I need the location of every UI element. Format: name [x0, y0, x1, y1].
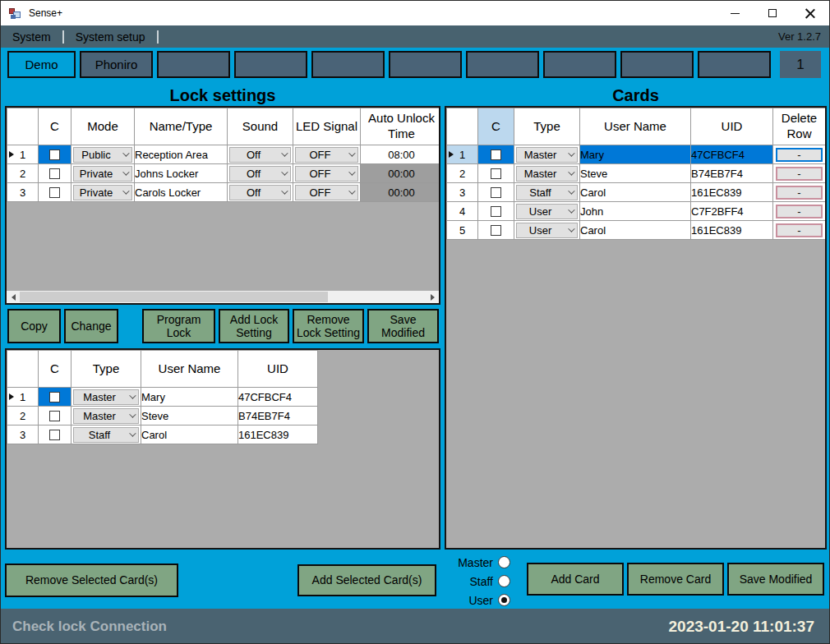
- col-header-type[interactable]: Type: [514, 108, 580, 145]
- col-header-uid[interactable]: UID: [691, 108, 773, 145]
- chevron-down-icon[interactable]: [277, 152, 290, 157]
- save-modified-cards-button[interactable]: Save Modified: [727, 563, 824, 596]
- chevron-down-icon[interactable]: [125, 413, 138, 418]
- radio-staff[interactable]: Staff: [451, 572, 510, 591]
- row-header[interactable]: 3: [7, 183, 39, 202]
- row-header[interactable]: 4: [447, 202, 478, 221]
- tab-demo[interactable]: Demo: [7, 51, 76, 78]
- row-header[interactable]: 1: [7, 388, 39, 407]
- add-lock-setting-button[interactable]: Add Lock Setting: [219, 309, 289, 343]
- mode-cell[interactable]: Private: [71, 183, 135, 202]
- horizontal-scrollbar[interactable]: [7, 291, 439, 303]
- scrollbar-thumb[interactable]: [20, 292, 328, 302]
- mode-cell[interactable]: Private: [71, 164, 135, 183]
- chevron-down-icon[interactable]: [564, 152, 577, 157]
- type-cell[interactable]: User: [514, 202, 580, 221]
- menu-system[interactable]: System: [1, 30, 62, 44]
- row-header[interactable]: 5: [447, 221, 478, 240]
- checkbox-cell[interactable]: [39, 388, 71, 407]
- scroll-left-icon[interactable]: [7, 291, 20, 303]
- checkbox[interactable]: [491, 187, 501, 198]
- user-cell[interactable]: Carol: [580, 183, 691, 202]
- remove-card-button[interactable]: Remove Card: [627, 563, 724, 596]
- type-cell[interactable]: Master: [514, 145, 580, 164]
- scroll-right-icon[interactable]: [426, 291, 439, 303]
- type-cell[interactable]: Staff: [514, 183, 580, 202]
- uid-cell[interactable]: C7F2BFF4: [691, 202, 773, 221]
- chevron-down-icon[interactable]: [277, 190, 290, 195]
- user-cell[interactable]: Carol: [580, 221, 691, 240]
- col-header-c[interactable]: C: [39, 108, 71, 145]
- change-button[interactable]: Change: [64, 309, 118, 343]
- menu-system-setup[interactable]: System setup: [64, 30, 157, 44]
- row-header[interactable]: 2: [7, 164, 39, 183]
- type-cell[interactable]: Master: [514, 164, 580, 183]
- user-cell[interactable]: Steve: [580, 164, 691, 183]
- remove-selected-cards-button[interactable]: Remove Selected Card(s): [5, 564, 178, 597]
- type-cell[interactable]: User: [514, 221, 580, 240]
- tab-empty-5[interactable]: [466, 51, 539, 78]
- uid-cell[interactable]: 47CFBCF4: [238, 388, 318, 407]
- chevron-down-icon[interactable]: [125, 432, 138, 437]
- checkbox[interactable]: [491, 225, 501, 236]
- col-header-time[interactable]: Auto Unlock Time: [361, 108, 441, 145]
- checkbox-cell[interactable]: [39, 164, 71, 183]
- user-cell[interactable]: John: [580, 202, 691, 221]
- uid-cell[interactable]: 161EC839: [238, 426, 318, 444]
- user-cell[interactable]: Mary: [580, 145, 691, 164]
- chevron-down-icon[interactable]: [564, 190, 577, 195]
- chevron-down-icon[interactable]: [277, 171, 290, 176]
- col-header-mode[interactable]: Mode: [71, 108, 135, 145]
- chevron-down-icon[interactable]: [564, 171, 577, 176]
- copy-button[interactable]: Copy: [7, 309, 61, 343]
- checkbox[interactable]: [491, 168, 501, 179]
- uid-cell[interactable]: 161EC839: [691, 221, 773, 240]
- checkbox-cell[interactable]: [39, 145, 71, 164]
- add-selected-cards-button[interactable]: Add Selected Card(s): [297, 564, 436, 596]
- checkbox[interactable]: [49, 392, 60, 402]
- col-header-led[interactable]: LED Signal: [293, 108, 361, 145]
- checkbox-cell[interactable]: [39, 407, 71, 426]
- maximize-button[interactable]: [754, 1, 791, 25]
- user-cell[interactable]: Mary: [141, 388, 238, 407]
- sound-cell[interactable]: Off: [228, 164, 293, 183]
- minimize-button[interactable]: [716, 1, 754, 25]
- col-header-type[interactable]: Type: [71, 351, 141, 388]
- col-header-sound[interactable]: Sound: [228, 108, 293, 145]
- tab-empty-4[interactable]: [389, 51, 462, 78]
- radio-button[interactable]: [498, 575, 510, 587]
- corner-header[interactable]: [447, 108, 478, 145]
- delete-row-button[interactable]: -: [776, 167, 823, 181]
- delete-row-button[interactable]: -: [776, 186, 823, 200]
- uid-cell[interactable]: B74EB7F4: [691, 164, 773, 183]
- chevron-down-icon[interactable]: [125, 394, 138, 399]
- save-modified-lock-button[interactable]: Save Modified: [367, 309, 439, 343]
- led-cell[interactable]: OFF: [293, 145, 361, 164]
- tab-empty-8[interactable]: [698, 51, 771, 78]
- col-header-delete[interactable]: Delete Row: [773, 108, 826, 145]
- col-header-c[interactable]: C: [39, 351, 71, 388]
- checkbox[interactable]: [49, 150, 60, 160]
- type-cell[interactable]: Master: [71, 388, 141, 407]
- sound-cell[interactable]: Off: [228, 145, 293, 164]
- name-cell[interactable]: Carols Locker: [135, 183, 228, 202]
- radio-master[interactable]: Master: [451, 553, 510, 572]
- add-card-button[interactable]: Add Card: [527, 563, 624, 596]
- checkbox[interactable]: [49, 430, 60, 440]
- tab-phoniro[interactable]: Phoniro: [80, 51, 153, 78]
- type-cell[interactable]: Staff: [71, 426, 141, 444]
- checkbox[interactable]: [49, 187, 60, 198]
- tab-empty-7[interactable]: [620, 51, 694, 78]
- remove-lock-setting-button[interactable]: Remove Lock Setting: [293, 309, 364, 343]
- col-header-c[interactable]: C: [478, 108, 514, 145]
- chevron-down-icon[interactable]: [118, 152, 131, 157]
- led-cell[interactable]: OFF: [293, 183, 361, 202]
- scrollbar-track[interactable]: [20, 291, 426, 303]
- radio-button[interactable]: [498, 556, 510, 568]
- row-header[interactable]: 3: [7, 426, 39, 444]
- chevron-down-icon[interactable]: [344, 190, 357, 195]
- col-header-uid[interactable]: UID: [238, 351, 318, 388]
- tab-empty-3[interactable]: [311, 51, 385, 78]
- chevron-down-icon[interactable]: [564, 209, 577, 214]
- chevron-down-icon[interactable]: [564, 228, 577, 232]
